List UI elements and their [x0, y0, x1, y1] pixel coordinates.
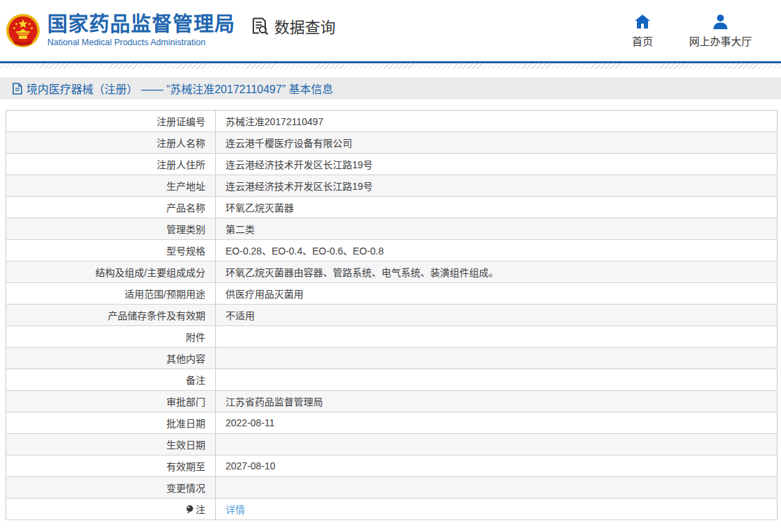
row-label: 生产地址: [6, 175, 216, 197]
row-value: 不适用: [216, 305, 778, 326]
data-query-icon: [251, 17, 269, 35]
table-row: 变更情况: [6, 477, 778, 499]
row-label: 结构及组成/主要组成成分: [6, 261, 216, 283]
nav-home-label: 首页: [632, 33, 653, 48]
table-row: 其他内容: [6, 348, 778, 369]
row-label: 附件: [6, 326, 216, 348]
national-emblem-logo: [6, 13, 40, 48]
row-value: 江苏省药品监督管理局: [216, 391, 778, 412]
table-row: 注册人住所连云港经济技术开发区长江路19号: [6, 154, 778, 175]
info-table-body: 注册证编号苏械注准20172110497注册人名称连云港千樱医疗设备有限公司注册…: [6, 111, 778, 520]
table-row: 管理类别第二类: [6, 218, 778, 240]
table-row: 注详情: [6, 499, 778, 520]
site-header: 国家药品监督管理局 National Medical Products Admi…: [0, 0, 781, 61]
row-value: [216, 434, 778, 456]
row-value: 2027-08-10: [216, 456, 778, 477]
org-name-en: National Medical Products Administration: [47, 38, 235, 48]
row-label: 其他内容: [6, 348, 216, 369]
table-row: 型号规格EO-0.28、EO-0.4、EO-0.6、EO-0.8: [6, 240, 778, 261]
row-value: 连云港千樱医疗设备有限公司: [216, 132, 778, 154]
document-icon: [13, 83, 22, 95]
row-value: 连云港经济技术开发区长江路19号: [216, 175, 778, 197]
org-name-cn: 国家药品监督管理局: [47, 14, 235, 36]
table-row: 产品储存条件及有效期不适用: [6, 305, 778, 326]
table-row: 注册人名称连云港千樱医疗设备有限公司: [6, 132, 778, 154]
table-row: 生产地址连云港经济技术开发区长江路19号: [6, 175, 778, 197]
row-value: 详情: [216, 499, 778, 520]
row-label: 注册人名称: [6, 132, 216, 154]
row-label: 注册证编号: [6, 111, 216, 132]
module-title: 数据查询: [274, 15, 336, 37]
header-divider-hatch: [0, 63, 781, 69]
row-label: 注: [6, 499, 216, 520]
row-label: 注册人住所: [6, 154, 216, 175]
row-label: 型号规格: [6, 240, 216, 261]
row-value: 第二类: [216, 218, 778, 240]
row-label: 变更情况: [6, 477, 216, 499]
person-icon: [712, 14, 729, 29]
row-label: 产品储存条件及有效期: [6, 305, 216, 326]
row-label: 审批部门: [6, 391, 216, 412]
table-row: 备注: [6, 369, 778, 391]
row-value: 2022-08-11: [216, 412, 778, 434]
table-row: 生效日期: [6, 434, 778, 456]
table-row: 产品名称环氧乙烷灭菌器: [6, 197, 778, 218]
row-value: 连云港经济技术开发区长江路19号: [216, 154, 778, 175]
org-names: 国家药品监督管理局 National Medical Products Admi…: [47, 14, 235, 48]
table-row: 注册证编号苏械注准20172110497: [6, 111, 778, 132]
row-label: 管理类别: [6, 218, 216, 240]
row-label: 有效期至: [6, 456, 216, 477]
note-icon: [186, 505, 194, 517]
row-value: [216, 369, 778, 391]
page-title: 境内医疗器械（注册） —— “苏械注准20172110497” 基本信息: [26, 80, 333, 97]
table-row: 审批部门江苏省药品监督管理局: [6, 391, 778, 412]
breadcrumb: 境内医疗器械（注册） —— “苏械注准20172110497” 基本信息: [0, 77, 781, 99]
row-value: [216, 326, 778, 348]
row-value: 环氧乙烷灭菌器: [216, 197, 778, 218]
table-row: 结构及组成/主要组成成分环氧乙烷灭菌器由容器、管路系统、电气系统、装潢组件组成。: [6, 261, 778, 283]
data-query-module: 数据查询: [251, 15, 336, 37]
row-value: 供医疗用品灭菌用: [216, 283, 778, 305]
row-value: 苏械注准20172110497: [216, 111, 778, 132]
row-value: EO-0.28、EO-0.4、EO-0.6、EO-0.8: [216, 240, 778, 261]
table-row: 批准日期2022-08-11: [6, 412, 778, 434]
row-label: 批准日期: [6, 412, 216, 434]
nav-service-hall[interactable]: 网上办事大厅: [689, 14, 752, 48]
detail-link[interactable]: 详情: [226, 504, 245, 515]
brand: 国家药品监督管理局 National Medical Products Admi…: [6, 13, 235, 48]
row-label: 备注: [6, 369, 216, 391]
row-label: 适用范围/预期用途: [6, 283, 216, 305]
row-value: [216, 477, 778, 499]
home-icon: [634, 14, 651, 29]
row-label: 产品名称: [6, 197, 216, 218]
nav-hall-label: 网上办事大厅: [689, 33, 752, 48]
nav-home[interactable]: 首页: [632, 14, 653, 48]
row-value: [216, 348, 778, 369]
registration-info-table: 注册证编号苏械注准20172110497注册人名称连云港千樱医疗设备有限公司注册…: [6, 110, 778, 520]
row-value: 环氧乙烷灭菌器由容器、管路系统、电气系统、装潢组件组成。: [216, 261, 778, 283]
row-label: 生效日期: [6, 434, 216, 456]
table-row: 附件: [6, 326, 778, 348]
table-row: 有效期至2027-08-10: [6, 456, 778, 477]
header-nav: 首页 网上办事大厅: [632, 14, 766, 48]
table-row: 适用范围/预期用途供医疗用品灭菌用: [6, 283, 778, 305]
